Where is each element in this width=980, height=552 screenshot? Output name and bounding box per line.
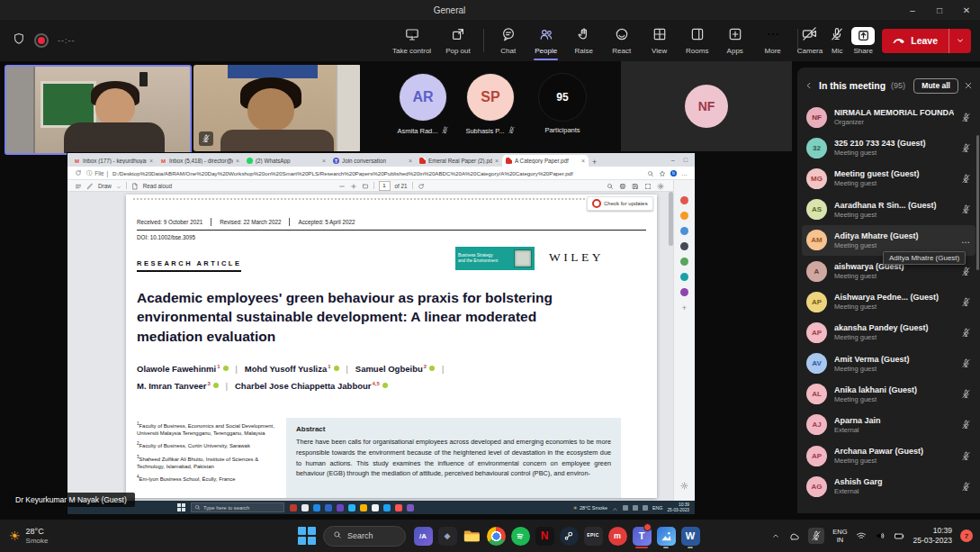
mic-off-icon[interactable] xyxy=(961,297,971,307)
check-for-updates-button[interactable]: Check for updates xyxy=(587,196,653,211)
chevron-up-icon[interactable] xyxy=(612,500,618,516)
taskbar-app-cube-icon[interactable]: ◆ xyxy=(436,522,458,549)
new-tab-button[interactable]: + xyxy=(592,158,597,167)
maximize-button[interactable]: □ xyxy=(926,0,953,20)
bing-icon[interactable]: b xyxy=(670,170,677,176)
back-chevron-icon[interactable] xyxy=(805,77,814,94)
tab-close-icon[interactable]: × xyxy=(236,158,239,164)
audio-tile-subhasis-p-[interactable]: SPSubhasis P... xyxy=(454,61,526,151)
shared-desktop-app-icon[interactable] xyxy=(337,504,344,511)
mic-off-icon[interactable] xyxy=(961,328,971,338)
audio-tile-participants[interactable]: 95Participants xyxy=(526,61,598,151)
notification-badge[interactable]: 7 xyxy=(960,529,973,542)
shared-desktop-language[interactable]: ENG xyxy=(652,505,662,511)
minimize-button[interactable]: – xyxy=(899,0,926,20)
volume-icon[interactable] xyxy=(875,530,886,541)
start-button[interactable] xyxy=(297,526,317,546)
taskbar-steam-icon[interactable] xyxy=(558,522,580,549)
sidebar-app-icon[interactable] xyxy=(680,288,688,296)
onedrive-cloud-icon[interactable] xyxy=(788,530,800,542)
participants-scrollbar[interactable] xyxy=(976,135,979,270)
shared-desktop-search-box[interactable]: Type here to search xyxy=(191,502,284,512)
sidebar-app-icon[interactable] xyxy=(680,212,688,220)
participant-row[interactable]: ALAnika lakhani (Guest)Meeting guest xyxy=(802,379,976,410)
chevron-up-icon[interactable] xyxy=(771,531,780,540)
sidebar-app-icon[interactable] xyxy=(680,227,688,235)
taskbar-weather-widget[interactable]: ☀ 28°CSmoke xyxy=(9,527,48,545)
toolbar-take-control-button[interactable]: Take control xyxy=(385,20,438,61)
video-tile-speaker[interactable] xyxy=(4,65,192,155)
participant-row[interactable]: AJAparna JainExternal xyxy=(802,410,976,440)
more-options-icon[interactable]: … xyxy=(961,235,971,245)
shared-desktop-app-icon[interactable] xyxy=(313,504,320,511)
shared-desktop-clock[interactable]: 10:3925-03-2023 xyxy=(667,502,689,512)
more-options-icon[interactable]: … xyxy=(681,170,688,176)
participant-row[interactable]: AGAshish GargExternal xyxy=(802,471,976,502)
shared-desktop-app-icon[interactable] xyxy=(372,504,379,511)
toolbar-raise-button[interactable]: Raise xyxy=(565,20,603,61)
close-button[interactable]: ✕ xyxy=(953,0,980,20)
taskbar-app-red-icon[interactable]: m xyxy=(607,522,628,549)
shared-desktop-app-icon[interactable] xyxy=(407,504,414,511)
mic-off-icon[interactable] xyxy=(961,143,971,153)
share-button[interactable]: Share xyxy=(851,27,875,55)
mic-off-icon[interactable] xyxy=(961,113,971,122)
mic-off-icon[interactable] xyxy=(961,174,971,184)
participant-row[interactable]: AVAmit Verma (Guest)Meeting guest xyxy=(802,348,976,379)
toolbar-view-button[interactable]: View xyxy=(641,20,679,61)
shared-desktop-app-icon[interactable] xyxy=(301,504,309,511)
mic-off-icon[interactable] xyxy=(961,267,971,276)
participant-row[interactable]: MGMeeting guest (Guest)Meeting guest xyxy=(802,163,976,194)
browser-tab[interactable]: (2) WhatsApp× xyxy=(243,155,329,167)
participant-row[interactable]: APakansha Pandey (Guest)Meeting guest xyxy=(802,317,976,348)
battery-icon[interactable] xyxy=(894,530,905,542)
taskbar-spotify-icon[interactable] xyxy=(509,522,531,549)
shared-desktop-app-icon[interactable] xyxy=(383,504,391,511)
participant-row[interactable]: APAishwarya Pedne... (Guest)Meeting gues… xyxy=(802,286,976,317)
camera-button[interactable]: Camera xyxy=(797,26,823,55)
add-sidebar-app-icon[interactable]: + xyxy=(682,303,687,312)
sidebar-settings-gear-icon[interactable] xyxy=(680,477,688,493)
taskbar-app-ma-icon[interactable]: /A xyxy=(412,522,434,549)
shared-desktop-app-icon[interactable] xyxy=(360,504,367,511)
taskbar-search[interactable]: Search xyxy=(323,526,406,547)
audio-tile-asmita-rad-[interactable]: ARAsmita Rad... xyxy=(387,61,459,151)
video-tile-participant[interactable] xyxy=(193,65,361,151)
browser-tab[interactable]: A Category Paper.pdf× xyxy=(502,155,589,167)
close-panel-icon[interactable] xyxy=(964,81,973,90)
shared-desktop-app-icon[interactable] xyxy=(290,504,297,511)
sidebar-app-icon[interactable] xyxy=(680,258,688,266)
participant-row[interactable]: 32325 210 733 243 (Guest)Meeting guest xyxy=(802,132,976,163)
taskbar-netflix-icon[interactable]: N xyxy=(534,522,555,549)
shared-desktop-app-icon[interactable] xyxy=(395,504,402,511)
mic-off-icon[interactable] xyxy=(961,420,971,430)
browser-tab[interactable]: MInbox (177) - keyurdhuya@gm...× xyxy=(70,155,157,167)
shared-desktop-app-icon[interactable] xyxy=(348,504,355,511)
taskbar-chrome-icon[interactable] xyxy=(485,522,507,549)
toolbar-more-button[interactable]: More xyxy=(754,20,792,61)
browser-tab[interactable]: MInbox (5,418) - director@gces...× xyxy=(157,155,243,167)
sidebar-app-icon[interactable] xyxy=(680,242,688,250)
start-icon[interactable] xyxy=(177,503,185,511)
toolbar-pop-out-button[interactable]: Pop out xyxy=(438,20,478,61)
mic-off-icon[interactable] xyxy=(961,358,971,368)
leave-options-chevron-icon[interactable] xyxy=(949,36,971,45)
taskbar-epic-games-icon[interactable]: EPIC xyxy=(582,522,604,549)
leave-button[interactable]: Leave xyxy=(882,29,971,53)
language-indicator[interactable]: ENGIN xyxy=(832,528,847,545)
shared-desktop-app-icon[interactable] xyxy=(325,504,332,511)
mic-off-icon[interactable] xyxy=(961,389,971,399)
browser-tab[interactable]: Emeral Real Paper (2).pdf× xyxy=(416,155,502,167)
wifi-icon[interactable] xyxy=(856,530,867,541)
taskbar-teams-icon[interactable]: T xyxy=(631,522,652,549)
tab-close-icon[interactable]: × xyxy=(149,158,153,164)
mute-all-button[interactable]: Mute all xyxy=(913,78,958,94)
participant-row[interactable]: APArchana Pawar (Guest)Meeting guest xyxy=(802,440,976,471)
address-url[interactable]: D:/Desktop%20Data/ABRAM/One%20Day%20Work… xyxy=(112,170,643,176)
mic-off-icon[interactable] xyxy=(961,482,971,492)
tab-close-icon[interactable]: × xyxy=(409,158,412,164)
participant-row[interactable]: ASAaradhana R Sin... (Guest)Meeting gues… xyxy=(802,195,976,225)
tab-close-icon[interactable]: × xyxy=(581,158,585,164)
sidebar-app-icon[interactable] xyxy=(680,196,688,204)
participant-row[interactable]: NFNIRMALA MEMORIAL FOUNDAT...Organizer xyxy=(802,102,976,132)
